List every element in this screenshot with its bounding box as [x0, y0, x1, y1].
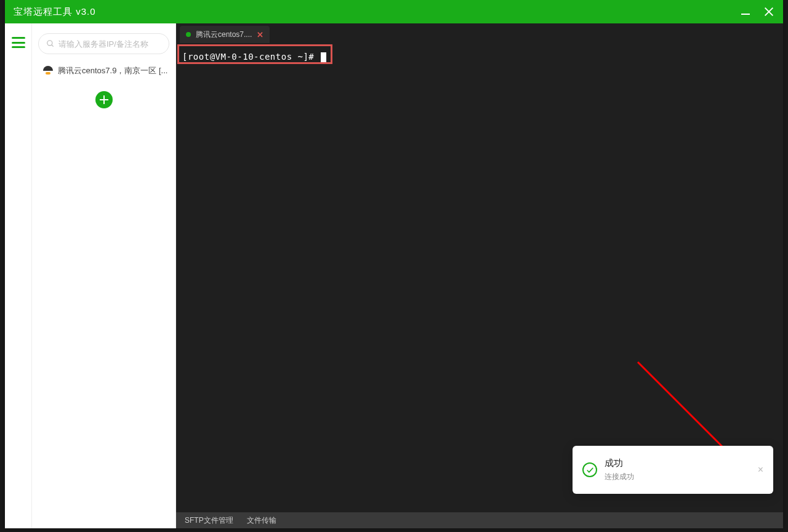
toast-close-button[interactable]: ×: [758, 464, 763, 475]
svg-point-0: [47, 41, 52, 46]
close-button[interactable]: [763, 6, 774, 17]
linux-icon: [43, 66, 53, 76]
server-list-item[interactable]: 腾讯云centos7.9，南京一区 [...: [38, 59, 169, 83]
svg-line-1: [52, 45, 54, 47]
main-area: 腾讯云centos7.... ✕ [root@VM-0-10-centos ~]…: [176, 23, 783, 528]
terminal-prompt: [root@VM-0-10-centos ~]#: [182, 52, 320, 62]
sftp-manager-button[interactable]: SFTP文件管理: [185, 515, 233, 526]
app-window: 宝塔远程工具 v3.0 腾讯云centos7.9，南京一区 [...: [5, 0, 783, 528]
body-area: 腾讯云centos7.9，南京一区 [... 腾讯云centos7.... ✕ …: [5, 23, 783, 528]
search-icon: [46, 39, 55, 48]
titlebar: 宝塔远程工具 v3.0: [5, 0, 783, 23]
add-server-button[interactable]: [95, 91, 113, 108]
sidebar: 腾讯云centos7.9，南京一区 [...: [32, 23, 176, 528]
tab-label: 腾讯云centos7....: [196, 30, 252, 40]
left-rail: [5, 23, 32, 528]
tabbar: 腾讯云centos7.... ✕: [176, 23, 783, 43]
terminal-cursor: [321, 52, 326, 62]
terminal-tab[interactable]: 腾讯云centos7.... ✕: [180, 26, 270, 43]
server-label: 腾讯云centos7.9，南京一区 [...: [58, 65, 167, 76]
minimize-button[interactable]: [740, 6, 751, 17]
status-dot-icon: [186, 32, 191, 37]
toast-subtitle: 连接成功: [605, 472, 750, 482]
tab-close-button[interactable]: ✕: [257, 30, 263, 39]
window-controls: [740, 6, 774, 17]
app-title: 宝塔远程工具 v3.0: [14, 6, 96, 18]
toast-body: 成功 连接成功: [605, 457, 750, 482]
search-input[interactable]: [58, 39, 161, 49]
success-check-icon: [582, 462, 597, 477]
menu-icon[interactable]: [12, 37, 25, 48]
success-toast: 成功 连接成功 ×: [573, 446, 773, 494]
file-transfer-button[interactable]: 文件传输: [247, 515, 276, 526]
toast-title: 成功: [605, 457, 750, 469]
terminal[interactable]: [root@VM-0-10-centos ~]#: [176, 43, 783, 512]
search-box[interactable]: [38, 33, 169, 54]
statusbar: SFTP文件管理 文件传输: [176, 512, 783, 528]
